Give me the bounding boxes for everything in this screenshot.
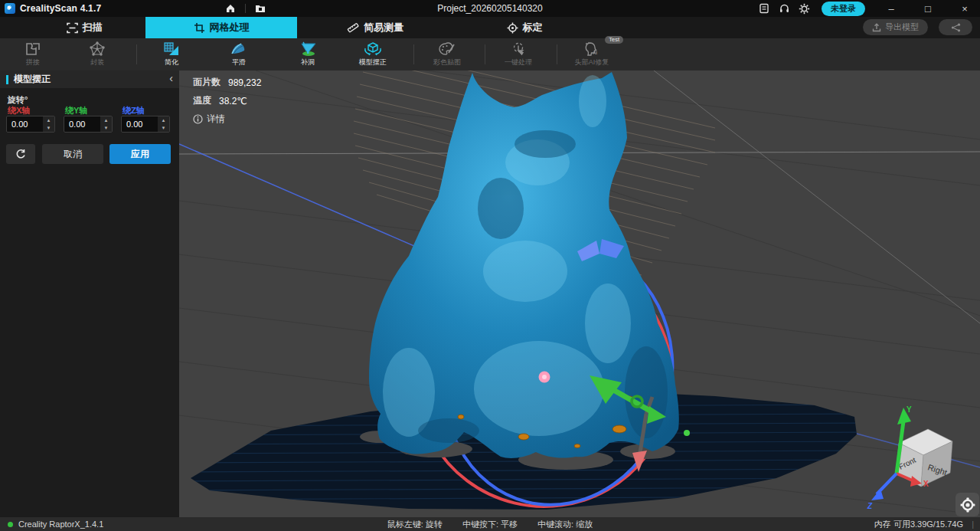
panel-accent-bar bbox=[6, 75, 8, 84]
details-link[interactable]: 详情 bbox=[193, 113, 261, 126]
settings-button[interactable] bbox=[797, 2, 811, 15]
tool-smooth-label: 平滑 bbox=[232, 57, 246, 67]
info-icon bbox=[193, 114, 203, 124]
tool-wrap[interactable]: 封装 bbox=[64, 39, 130, 70]
home-button[interactable] bbox=[224, 2, 237, 15]
toolbar-separator bbox=[136, 44, 137, 64]
memory-status: 内存 可用3.39G/15.74G bbox=[874, 519, 963, 530]
export-icon bbox=[872, 23, 881, 32]
mouse-hints: 鼠标左键: 旋转 中键按下: 平移 中键滚动: 缩放 bbox=[0, 519, 980, 530]
release-notes-button[interactable] bbox=[757, 2, 771, 15]
apply-button[interactable]: 应用 bbox=[109, 144, 171, 164]
status-bar: Creality RaptorX_1.4.1 鼠标左键: 旋转 中键按下: 平移… bbox=[0, 517, 980, 531]
toolbar-separator bbox=[557, 44, 557, 64]
ruler-icon bbox=[347, 22, 359, 33]
hint-zoom: 中键滚动: 缩放 bbox=[537, 519, 593, 530]
svg-text:AI: AI bbox=[593, 51, 597, 55]
title-bar: CrealityScan 4.1.7 Project_2026020514032… bbox=[0, 0, 980, 17]
nav-axis-x-label: X bbox=[923, 480, 929, 488]
statusbar-grip: | bbox=[972, 520, 974, 529]
tool-orient-model[interactable]: 模型摆正 bbox=[340, 39, 406, 70]
rotate-y-stepper[interactable]: ▲▼ bbox=[100, 116, 112, 132]
panel-collapse-chevron[interactable]: ‹ bbox=[169, 72, 173, 84]
faces-value: 989,232 bbox=[228, 77, 261, 88]
nav-axis-z-label: Z bbox=[867, 502, 873, 510]
panel-header: 模型摆正 ‹ bbox=[0, 70, 179, 88]
texture-palette-icon bbox=[438, 41, 456, 57]
tool-texture[interactable]: 彩色贴图 bbox=[414, 39, 480, 70]
orient-model-panel: 模型摆正 ‹ 旋转° 绕X轴 绕Y轴 绕Z轴 ▲▼ ▲▼ ▲▼ 取消 应用 bbox=[0, 70, 179, 517]
temperature-value: 38.2℃ bbox=[219, 96, 247, 107]
document-icon bbox=[759, 3, 769, 14]
tool-stitch-label: 拼接 bbox=[26, 57, 40, 67]
login-button[interactable]: 未登录 bbox=[822, 2, 865, 16]
axis-x-label: 绕X轴 bbox=[8, 105, 30, 116]
simplify-icon bbox=[163, 41, 180, 57]
support-button[interactable] bbox=[777, 2, 791, 15]
gizmo-node[interactable] bbox=[684, 430, 690, 436]
maximize-button[interactable]: □ bbox=[913, 0, 943, 17]
orient-model-icon bbox=[363, 41, 383, 57]
reset-icon bbox=[15, 149, 26, 159]
viewport-3d[interactable]: Front Right Y X Z 面片数 989,232 温度 38.2℃ bbox=[179, 70, 980, 517]
rotate-x-stepper[interactable]: ▲▼ bbox=[43, 116, 54, 132]
one-click-icon bbox=[511, 41, 526, 57]
tool-texture-label: 彩色贴图 bbox=[433, 57, 461, 67]
nav-cube[interactable]: Front Right Y X Z bbox=[867, 405, 952, 510]
rotate-z-stepper[interactable]: ▲▼ bbox=[158, 116, 169, 132]
close-button[interactable]: × bbox=[949, 0, 980, 17]
details-label: 详情 bbox=[207, 113, 225, 126]
tab-mesh-processing[interactable]: 网格处理 bbox=[145, 17, 297, 38]
tool-ai-head-repair-label: 头部AI修复 bbox=[575, 57, 609, 67]
tool-fill-holes[interactable]: 补洞 bbox=[275, 39, 341, 70]
rotate-label: 旋转° bbox=[8, 94, 28, 106]
tool-stitch[interactable]: 拼接 bbox=[0, 39, 66, 70]
device-name: Creality RaptorX_1.4.1 bbox=[18, 520, 103, 529]
rotate-x-field: ▲▼ bbox=[6, 116, 55, 133]
rotate-x-input[interactable] bbox=[7, 116, 43, 132]
gear-icon bbox=[799, 3, 810, 15]
tab-measure[interactable]: 简易测量 bbox=[329, 17, 421, 38]
export-model-button[interactable]: 导出模型 bbox=[863, 19, 928, 35]
scan-frame-icon bbox=[67, 22, 78, 34]
rotate-z-input[interactable] bbox=[122, 116, 158, 132]
stitch-icon bbox=[24, 41, 41, 57]
reset-rotation-button[interactable] bbox=[6, 144, 35, 164]
device-online-dot bbox=[8, 522, 13, 527]
share-icon bbox=[951, 23, 961, 32]
smooth-icon bbox=[230, 41, 248, 57]
tab-calibrate[interactable]: 标定 bbox=[490, 17, 559, 38]
tool-simplify[interactable]: 简化 bbox=[139, 39, 204, 70]
panel-title: 模型摆正 bbox=[14, 73, 51, 86]
tool-orient-model-label: 模型摆正 bbox=[359, 57, 387, 67]
axis-y-label: 绕Y轴 bbox=[65, 105, 87, 116]
share-button[interactable] bbox=[939, 19, 972, 35]
tool-smooth[interactable]: 平滑 bbox=[206, 39, 272, 70]
tool-one-click[interactable]: 一键处理 bbox=[485, 39, 551, 70]
export-model-label: 导出模型 bbox=[885, 21, 919, 33]
target-icon bbox=[507, 22, 518, 34]
tab-measure-label: 简易测量 bbox=[364, 21, 403, 34]
axis-z-label: 绕Z轴 bbox=[122, 105, 145, 116]
minimize-button[interactable]: – bbox=[876, 0, 906, 17]
app-title: CrealityScan 4.1.7 bbox=[20, 3, 101, 14]
viewport-gear-icon bbox=[960, 497, 975, 513]
ai-head-repair-icon: AI bbox=[583, 41, 600, 57]
cancel-button[interactable]: 取消 bbox=[42, 144, 103, 164]
folder-icon bbox=[255, 4, 266, 13]
open-project-button[interactable] bbox=[253, 2, 267, 15]
home-icon bbox=[225, 3, 236, 14]
temperature-label: 温度 bbox=[193, 94, 211, 107]
rotate-y-field: ▲▼ bbox=[64, 116, 113, 133]
main-tab-bar: 扫描 网格处理 简易测量 标定 导出模型 bbox=[0, 17, 980, 38]
tab-scan-label: 扫描 bbox=[83, 21, 103, 34]
tab-mesh-label: 网格处理 bbox=[210, 21, 250, 34]
fill-holes-icon bbox=[299, 41, 317, 57]
scan-stats: 面片数 989,232 温度 38.2℃ 详情 bbox=[193, 76, 261, 126]
tab-scan[interactable]: 扫描 bbox=[46, 17, 122, 38]
viewport-settings-button[interactable] bbox=[956, 493, 979, 516]
mesh-toolbar: 拼接 封装 简化 平滑 补洞 模型摆正 彩色贴图 bbox=[0, 38, 980, 70]
tool-ai-head-repair[interactable]: Test AI 头部AI修复 bbox=[559, 39, 625, 70]
titlebar-separator bbox=[245, 4, 246, 13]
rotate-y-input[interactable] bbox=[64, 116, 100, 132]
